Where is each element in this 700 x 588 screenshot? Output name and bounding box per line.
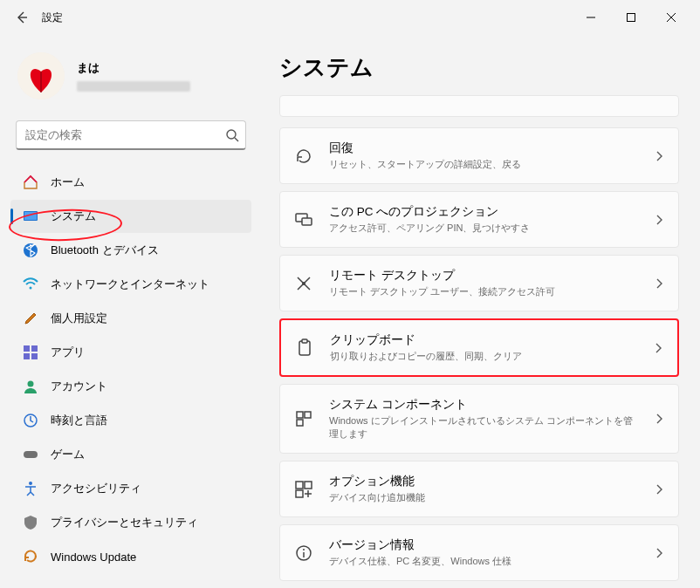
svg-rect-19 (302, 339, 307, 343)
sidebar-item-label: アプリ (51, 345, 85, 360)
sidebar-item-accounts[interactable]: アカウント (10, 370, 251, 403)
maximize-button[interactable] (611, 3, 651, 31)
sidebar-item-apps[interactable]: アプリ (10, 336, 251, 369)
sidebar-item-home[interactable]: ホーム (10, 166, 251, 199)
card-title: この PC へのプロジェクション (329, 204, 638, 220)
card-remote-desktop[interactable]: リモート デスクトップ リモート デスクトップ ユーザー、接続アクセス許可 (279, 255, 679, 311)
card-recovery[interactable]: 回復 リセット、スタートアップの詳細設定、戻る (279, 127, 679, 184)
account-icon (23, 379, 38, 394)
card-title: 回復 (329, 140, 638, 156)
card-title: システム コンポーネント (329, 397, 638, 413)
brush-icon (23, 311, 38, 326)
recovery-icon (294, 147, 313, 166)
sidebar-item-label: プライバシーとセキュリティ (51, 515, 198, 530)
chevron-right-icon (654, 278, 664, 289)
truncated-row[interactable]: 拡張されたトラブルシューティング ツール、設定の履歴 (279, 95, 679, 117)
sidebar-item-bluetooth[interactable]: Bluetooth とデバイス (10, 234, 251, 267)
card-title: バージョン情報 (329, 537, 638, 553)
svg-rect-10 (31, 353, 38, 359)
svg-rect-8 (31, 345, 38, 352)
nav-list: ホーム システム Bluetooth とデバイス ネットワークとインターネット … (5, 166, 257, 573)
chevron-right-icon (654, 151, 664, 161)
sidebar-item-label: アクセシビリティ (51, 481, 141, 496)
window-title: 設定 (42, 10, 63, 25)
svg-point-6 (30, 287, 32, 290)
card-sub: Windows にプレインストールされているシステム コンポーネントを管理します (329, 414, 638, 441)
card-sub: 切り取りおよびコピーの履歴、同期、クリア (330, 350, 637, 363)
avatar (17, 52, 65, 99)
svg-rect-21 (305, 412, 311, 418)
sidebar-item-label: アカウント (51, 379, 107, 394)
svg-point-14 (29, 482, 32, 485)
svg-rect-7 (24, 345, 30, 352)
titlebar: 設定 (0, 0, 700, 35)
sidebar-item-accessibility[interactable]: アクセシビリティ (10, 472, 251, 505)
back-arrow-icon (15, 10, 29, 24)
svg-rect-22 (297, 420, 303, 426)
sidebar-item-system[interactable]: システム (10, 200, 251, 233)
search-box[interactable] (16, 120, 246, 150)
sidebar-item-privacy[interactable]: プライバシーとセキュリティ (10, 506, 251, 539)
svg-rect-13 (24, 451, 38, 458)
sidebar-item-label: ネットワークとインターネット (51, 277, 209, 292)
close-icon (667, 13, 676, 22)
card-optional-features[interactable]: オプション機能 デバイス向け追加機能 (279, 461, 679, 517)
profile-email-censored (77, 81, 190, 92)
clipboard-icon (295, 338, 314, 358)
page-title: システム (279, 52, 679, 83)
sidebar: まは ホーム システム Bluetooth とデバイス (0, 35, 262, 588)
back-button[interactable] (9, 4, 35, 31)
sidebar-item-windows-update[interactable]: Windows Update (10, 540, 251, 573)
sidebar-item-label: 個人用設定 (51, 311, 107, 326)
minimize-icon (587, 13, 595, 22)
game-icon (23, 447, 38, 462)
sidebar-item-gaming[interactable]: ゲーム (10, 438, 251, 471)
apps-icon (23, 345, 38, 360)
wifi-icon (23, 277, 38, 292)
card-about[interactable]: バージョン情報 デバイス仕様、PC 名変更、Windows 仕様 (279, 524, 679, 581)
svg-rect-24 (305, 482, 312, 489)
window-controls (571, 3, 691, 31)
sidebar-item-label: Bluetooth とデバイス (51, 243, 159, 258)
sidebar-item-personalization[interactable]: 個人用設定 (10, 302, 251, 335)
bluetooth-icon (23, 243, 38, 258)
optional-features-icon (294, 480, 313, 499)
card-title: クリップボード (330, 332, 637, 348)
search-input[interactable] (16, 120, 246, 150)
chevron-right-icon (654, 215, 664, 225)
sidebar-item-label: システム (51, 209, 96, 224)
card-title: オプション機能 (329, 474, 638, 489)
svg-point-2 (227, 130, 236, 139)
profile-block[interactable]: まは (5, 44, 257, 117)
sidebar-item-network[interactable]: ネットワークとインターネット (10, 268, 251, 301)
card-sub: デバイス仕様、PC 名変更、Windows 仕様 (329, 555, 638, 568)
home-icon (23, 174, 38, 190)
card-sub: アクセス許可、ペアリング PIN、見つけやすさ (329, 222, 638, 235)
avatar-heart-icon (17, 52, 65, 99)
system-icon (23, 209, 38, 224)
accessibility-icon (23, 481, 38, 496)
minimize-button[interactable] (571, 3, 611, 31)
card-sub: デバイス向け追加機能 (329, 491, 638, 504)
card-clipboard[interactable]: クリップボード 切り取りおよびコピーの履歴、同期、クリア (279, 318, 679, 377)
remote-desktop-icon (294, 274, 313, 293)
sidebar-item-label: 時刻と言語 (51, 413, 107, 428)
svg-point-17 (302, 282, 305, 285)
components-icon (294, 409, 313, 428)
svg-rect-25 (296, 490, 303, 497)
main-content: システム 拡張されたトラブルシューティング ツール、設定の履歴 回復 リセット、… (262, 35, 700, 588)
chevron-right-icon (654, 548, 664, 558)
sidebar-item-time-language[interactable]: 時刻と言語 (10, 404, 251, 437)
close-button[interactable] (651, 3, 691, 31)
projection-icon (294, 210, 313, 229)
info-icon (294, 544, 313, 563)
svg-point-27 (303, 549, 305, 550)
maximize-icon (627, 13, 635, 22)
card-system-components[interactable]: システム コンポーネント Windows にプレインストールされているシステム … (279, 384, 679, 454)
card-projection[interactable]: この PC へのプロジェクション アクセス許可、ペアリング PIN、見つけやすさ (279, 191, 679, 248)
svg-rect-9 (24, 353, 30, 359)
sidebar-item-label: Windows Update (51, 550, 136, 564)
card-sub: リモート デスクトップ ユーザー、接続アクセス許可 (329, 285, 638, 298)
card-sub: リセット、スタートアップの詳細設定、戻る (329, 158, 638, 171)
svg-rect-4 (24, 212, 37, 220)
